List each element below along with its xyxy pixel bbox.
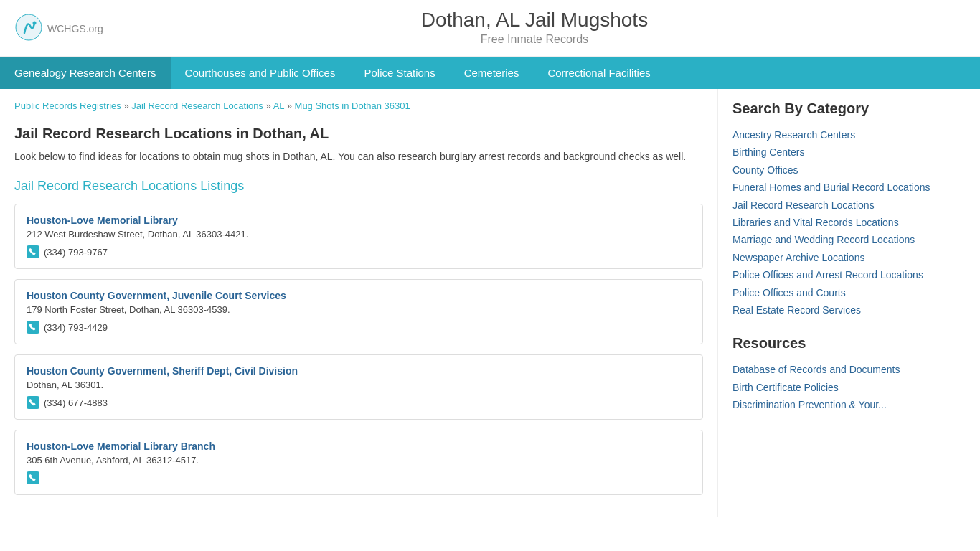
breadcrumb-link-1[interactable]: Public Records Registries bbox=[14, 100, 121, 111]
site-title: Dothan, AL Jail Mugshots bbox=[103, 9, 966, 32]
main-nav: Genealogy Research Centers Courthouses a… bbox=[0, 57, 980, 89]
phone-icon-4 bbox=[27, 471, 39, 484]
listing-phone-2: (334) 793-4429 bbox=[27, 321, 691, 334]
site-header: WCHGS.org Dothan, AL Jail Mugshots Free … bbox=[0, 0, 980, 57]
logo[interactable]: WCHGS.org bbox=[14, 13, 103, 42]
listing-address-2: 179 North Foster Street, Dothan, AL 3630… bbox=[27, 304, 691, 315]
page-title: Jail Record Research Locations in Dothan… bbox=[14, 126, 703, 142]
sidebar-link-marriage[interactable]: Marriage and Wedding Record Locations bbox=[732, 232, 933, 248]
logo-text: WCHGS.org bbox=[47, 18, 103, 37]
page-container: Public Records Registries » Jail Record … bbox=[0, 89, 980, 517]
sidebar-resource-2[interactable]: Birth Certificate Policies bbox=[732, 380, 933, 395]
breadcrumb-link-4[interactable]: Mug Shots in Dothan 36301 bbox=[295, 100, 410, 111]
listing-phone-3: (334) 677-4883 bbox=[27, 396, 691, 409]
sidebar-link-funeral[interactable]: Funeral Homes and Burial Record Location… bbox=[732, 179, 933, 195]
nav-genealogy[interactable]: Genealogy Research Centers bbox=[0, 57, 171, 89]
sidebar-resource-1[interactable]: Database of Records and Documents bbox=[732, 362, 933, 377]
phone-svg-4 bbox=[29, 474, 37, 482]
listing-name-1[interactable]: Houston-Love Memorial Library bbox=[27, 215, 691, 226]
listing-card-2: Houston County Government, Juvenile Cour… bbox=[14, 279, 703, 344]
phone-icon-1 bbox=[27, 245, 39, 258]
phone-icon-2 bbox=[27, 321, 39, 334]
svg-point-1 bbox=[33, 22, 37, 25]
sidebar-link-libraries[interactable]: Libraries and Vital Records Locations bbox=[732, 215, 933, 230]
nav-cemeteries[interactable]: Cemeteries bbox=[450, 57, 534, 89]
sidebar-categories: Search By Category Ancestry Research Cen… bbox=[732, 100, 933, 318]
page-desc: Look below to find ideas for locations t… bbox=[14, 149, 703, 164]
sidebar-resource-3[interactable]: Discrimination Prevention & Your... bbox=[732, 397, 933, 413]
sidebar-link-jail[interactable]: Jail Record Research Locations bbox=[732, 197, 933, 213]
sidebar-link-ancestry[interactable]: Ancestry Research Centers bbox=[732, 127, 933, 143]
listing-name-4[interactable]: Houston-Love Memorial Library Branch bbox=[27, 441, 691, 452]
sidebar-link-police-courts[interactable]: Police Offices and Courts bbox=[732, 285, 933, 301]
listing-address-1: 212 West Burdeshaw Street, Dothan, AL 36… bbox=[27, 229, 691, 240]
listing-name-3[interactable]: Houston County Government, Sheriff Dept,… bbox=[27, 365, 691, 377]
sidebar-link-police-arrest[interactable]: Police Offices and Arrest Record Locatio… bbox=[732, 267, 933, 283]
breadcrumb: Public Records Registries » Jail Record … bbox=[14, 100, 703, 111]
phone-svg-3 bbox=[29, 398, 37, 407]
listing-address-3: Dothan, AL 36301. bbox=[27, 380, 691, 390]
listing-card-3: Houston County Government, Sheriff Dept,… bbox=[14, 354, 703, 420]
nav-police[interactable]: Police Stations bbox=[349, 57, 449, 89]
listing-phone-1: (334) 793-9767 bbox=[27, 245, 691, 258]
listing-address-4: 305 6th Avenue, Ashford, AL 36312-4517. bbox=[27, 455, 691, 466]
nav-correctional[interactable]: Correctional Facilities bbox=[533, 57, 664, 89]
sidebar-resources-heading: Resources bbox=[732, 335, 933, 352]
phone-svg-1 bbox=[29, 248, 37, 256]
sidebar-link-newspaper[interactable]: Newspaper Archive Locations bbox=[732, 250, 933, 265]
breadcrumb-link-3[interactable]: AL bbox=[273, 100, 284, 111]
phone-icon-3 bbox=[27, 396, 39, 409]
sidebar-resources: Resources Database of Records and Docume… bbox=[732, 335, 933, 413]
sidebar-link-realestate[interactable]: Real Estate Record Services bbox=[732, 302, 933, 318]
listings-title: Jail Record Research Locations Listings bbox=[14, 179, 703, 194]
sidebar: Search By Category Ancestry Research Cen… bbox=[717, 89, 947, 517]
main-content: Public Records Registries » Jail Record … bbox=[0, 89, 717, 517]
listing-card-1: Houston-Love Memorial Library 212 West B… bbox=[14, 204, 703, 269]
listing-name-2[interactable]: Houston County Government, Juvenile Cour… bbox=[27, 290, 691, 301]
sidebar-link-county[interactable]: County Offices bbox=[732, 162, 933, 178]
svg-point-0 bbox=[16, 14, 42, 40]
breadcrumb-link-2[interactable]: Jail Record Research Locations bbox=[131, 100, 263, 111]
sidebar-category-heading: Search By Category bbox=[732, 100, 933, 117]
nav-courthouses[interactable]: Courthouses and Public Offices bbox=[171, 57, 350, 89]
listing-phone-4 bbox=[27, 471, 691, 484]
phone-svg-2 bbox=[29, 323, 37, 331]
sidebar-link-birthing[interactable]: Birthing Centers bbox=[732, 144, 933, 160]
logo-icon bbox=[14, 13, 43, 42]
site-subtitle: Free Inmate Records bbox=[103, 33, 966, 46]
listing-card-4: Houston-Love Memorial Library Branch 305… bbox=[14, 430, 703, 495]
